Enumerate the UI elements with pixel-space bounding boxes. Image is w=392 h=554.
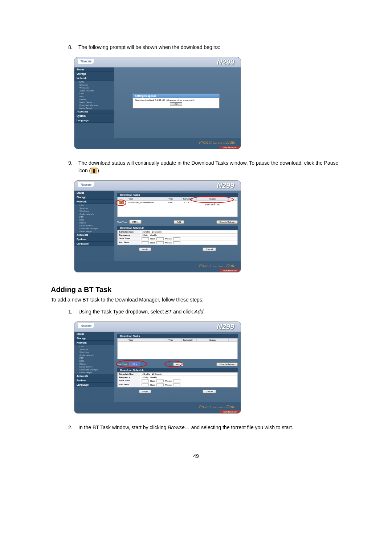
- sidebar-header-storage[interactable]: Storage: [74, 195, 114, 200]
- start-min-input[interactable]: [173, 237, 180, 240]
- sidebar-header-storage[interactable]: Storage: [74, 336, 114, 341]
- end-day-input[interactable]: [142, 383, 149, 386]
- list-number: 9.: [68, 159, 78, 175]
- sidebar-item-ftp[interactable]: FTP: [74, 92, 114, 95]
- sidebar-item-media[interactable]: Media Server: [74, 365, 114, 368]
- footer-data: Data: [226, 404, 236, 409]
- footer-url[interactable]: www.thecus.com: [220, 410, 241, 413]
- sidebar-item-nfs[interactable]: NFS: [74, 360, 114, 362]
- footer-small: Your Source: [213, 265, 225, 268]
- weekly-radio[interactable]: Weekly: [150, 234, 157, 236]
- start-day-input[interactable]: [142, 379, 149, 382]
- cancel-button[interactable]: Cancel: [203, 247, 216, 251]
- sidebar-item-download[interactable]: Download Manager: [74, 227, 114, 230]
- sidebar-header-status[interactable]: Status: [74, 191, 114, 195]
- apply-button[interactable]: Apply: [139, 247, 151, 251]
- list-number: 2.: [68, 424, 78, 431]
- sidebar-item-download[interactable]: Download Manager: [74, 104, 114, 107]
- disable-reboot-button[interactable]: Disable Reboot: [216, 220, 238, 224]
- list-text: The download status will continually upd…: [78, 159, 341, 175]
- add-button[interactable]: Add: [174, 220, 184, 224]
- sidebar-item-lan[interactable]: LAN: [74, 345, 114, 348]
- sidebar-header-system[interactable]: System: [74, 114, 114, 118]
- sidebar-item-music[interactable]: Music Target: [74, 230, 114, 233]
- ok-button[interactable]: OK: [170, 102, 183, 106]
- disable-reboot-button[interactable]: Disable Reboot: [216, 362, 238, 366]
- screenshot-bt-task: Thecus N299 Status Storage Network LAN S…: [74, 321, 241, 414]
- sidebar-header-system[interactable]: System: [74, 237, 114, 242]
- sidebar-header-language[interactable]: Language: [74, 118, 114, 123]
- end-min-input[interactable]: [173, 241, 180, 244]
- apply-button[interactable]: Apply: [139, 390, 151, 393]
- sidebar-item-ftp[interactable]: FTP: [74, 216, 114, 218]
- enable-radio[interactable]: Enable: [143, 373, 150, 375]
- start-hour-input[interactable]: [156, 379, 164, 382]
- bt-section-heading: Adding a BT Task: [51, 286, 341, 294]
- footer-url[interactable]: www.thecus.com: [220, 269, 241, 272]
- main-area: Download Tasks Task Type Bandwidth Statu…: [114, 191, 241, 261]
- disable-radio[interactable]: Disable: [155, 231, 162, 233]
- list-item-9: 9. The download status will continually …: [68, 159, 341, 175]
- sidebar-header-network[interactable]: Network: [74, 200, 114, 204]
- sidebar-header-storage[interactable]: Storage: [74, 72, 114, 76]
- sidebar-item-apple[interactable]: Apple Network: [74, 213, 114, 216]
- sidebar-item-itunes[interactable]: iTunes: [74, 362, 114, 365]
- sidebar-item-apple[interactable]: Apple Network: [74, 89, 114, 92]
- cell-task: F-6.82 x86_64 rescued iso: [127, 201, 167, 206]
- sidebar-item-download[interactable]: Download Manager: [74, 368, 114, 371]
- product-name: N299: [217, 58, 234, 66]
- task-controls: Task Type BT ▾ Add Disable Reboot: [117, 362, 238, 366]
- sidebar: Status Storage Network LAN Services WebC…: [74, 191, 114, 261]
- footer-url[interactable]: www.thecus.com: [220, 146, 241, 149]
- sidebar-item-services[interactable]: Services: [74, 83, 114, 86]
- sidebar-item-lan[interactable]: LAN: [74, 204, 114, 207]
- schedule-stat-label: Schedule Stat: [118, 373, 140, 376]
- sidebar-header-system[interactable]: System: [74, 378, 114, 383]
- screenshot-download-prompt: Thecus N299 Status Storage Network LAN S…: [74, 57, 241, 149]
- sidebar-header-accounts[interactable]: Accounts: [74, 374, 114, 378]
- end-min-input[interactable]: [173, 383, 180, 386]
- sidebar-item-ftp[interactable]: FTP: [74, 357, 114, 360]
- sidebar-header-network[interactable]: Network: [74, 341, 114, 345]
- cell-type: FTP: [167, 201, 181, 206]
- sidebar-item-media[interactable]: Media Server: [74, 224, 114, 227]
- sidebar-header-network[interactable]: Network: [74, 76, 114, 81]
- start-min-input[interactable]: [173, 379, 180, 382]
- end-hour-input[interactable]: [156, 241, 164, 244]
- disable-radio[interactable]: Disable: [155, 373, 162, 375]
- sidebar-item-music[interactable]: Music Target: [74, 107, 114, 110]
- end-hour-input[interactable]: [156, 383, 164, 386]
- sidebar-item-nfs[interactable]: NFS: [74, 95, 114, 98]
- daily-radio[interactable]: Daily: [143, 376, 148, 378]
- sidebar-item-webcam[interactable]: WebCam: [74, 351, 114, 354]
- start-hour-input[interactable]: [156, 237, 164, 240]
- task-type-select[interactable]: FTP ▾: [129, 220, 142, 224]
- sidebar-header-accounts[interactable]: Accounts: [74, 233, 114, 237]
- sidebar-header-accounts[interactable]: Accounts: [74, 110, 114, 114]
- sidebar-item-itunes[interactable]: iTunes: [74, 221, 114, 224]
- callout-circle-pause: [115, 200, 126, 206]
- sidebar-header-status[interactable]: Status: [74, 67, 114, 72]
- sidebar-header-language[interactable]: Language: [74, 242, 114, 246]
- sidebar-item-nfs[interactable]: NFS: [74, 218, 114, 221]
- start-time-label: Start Time: [118, 379, 140, 383]
- sidebar-item-itunes[interactable]: iTunes: [74, 98, 114, 101]
- sidebar-item-services[interactable]: Services: [74, 207, 114, 210]
- start-day-input[interactable]: [142, 237, 149, 240]
- enable-radio[interactable]: Enable: [143, 231, 150, 233]
- sidebar-item-apple[interactable]: Apple Network: [74, 354, 114, 357]
- sidebar-item-lan[interactable]: LAN: [74, 81, 114, 83]
- schedule-table: Schedule Stat ○ Enable ⦿ Disable Frequen…: [117, 230, 238, 245]
- sidebar-item-music[interactable]: Music Target: [74, 371, 114, 374]
- sidebar-item-webcam[interactable]: WebCam: [74, 86, 114, 89]
- cancel-button[interactable]: Cancel: [203, 390, 216, 393]
- sidebar-header-language[interactable]: Language: [74, 383, 114, 387]
- callout-circle-tasktype: [116, 360, 147, 368]
- sidebar-item-media[interactable]: Media Server: [74, 101, 114, 104]
- weekly-radio[interactable]: Weekly: [150, 376, 157, 378]
- end-day-input[interactable]: [142, 241, 149, 244]
- sidebar-item-services[interactable]: Services: [74, 348, 114, 351]
- daily-radio[interactable]: Daily: [143, 234, 148, 236]
- sidebar-header-status[interactable]: Status: [74, 332, 114, 336]
- sidebar-item-webcam[interactable]: WebCam: [74, 210, 114, 213]
